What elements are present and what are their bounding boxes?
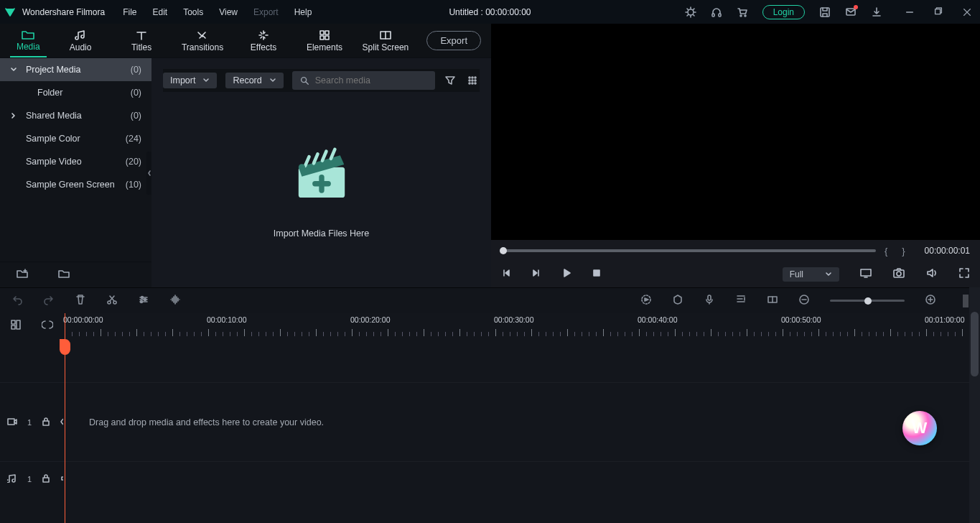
svg-rect-25 [594, 270, 599, 276]
sidebar-count: (0) [131, 88, 141, 98]
lock-icon[interactable] [42, 473, 50, 485]
volume-icon[interactable] [925, 267, 938, 282]
stop-icon[interactable] [592, 268, 602, 281]
svg-point-28 [897, 272, 901, 276]
vertical-scrollbar[interactable] [969, 287, 980, 523]
audio-track-row[interactable] [63, 461, 980, 496]
sidebar-folder[interactable]: Folder (0) [0, 81, 151, 104]
grid-view-icon[interactable] [466, 72, 480, 89]
tab-media[interactable]: Media [10, 24, 47, 57]
sidebar-project-media[interactable]: Project Media (0) [0, 58, 151, 81]
svg-point-32 [144, 298, 146, 300]
audio-mixer-icon[interactable] [735, 294, 747, 308]
prev-frame-icon[interactable] [501, 268, 511, 281]
play-icon[interactable] [561, 268, 571, 281]
zoom-out-icon[interactable] [798, 294, 810, 308]
chevron-down-icon [9, 66, 19, 73]
message-icon[interactable] [845, 6, 857, 18]
sidebar-sample-green[interactable]: Sample Green Screen (10) [0, 173, 151, 196]
timeline: 1 1 00:00:00:0000:00:10:0000:00:20:0000:… [0, 313, 980, 523]
tab-titles[interactable]: Titles [115, 24, 169, 57]
import-drop-area[interactable]: Import Media Files Here [151, 92, 491, 287]
tips-icon[interactable] [685, 6, 696, 18]
sidebar-sample-video[interactable]: Sample Video (20) [0, 150, 151, 173]
video-track-row[interactable]: Drag and drop media and effects here to … [63, 382, 980, 461]
export-button[interactable]: Export [426, 31, 481, 50]
preview-quality-dropdown[interactable]: Full [783, 267, 839, 282]
headphones-icon[interactable] [711, 6, 722, 18]
fullscreen-icon[interactable] [958, 267, 970, 282]
lock-icon[interactable] [42, 417, 50, 428]
tab-transitions[interactable]: Transitions [176, 24, 230, 57]
minimize-icon[interactable] [904, 6, 915, 18]
save-icon[interactable] [819, 6, 831, 18]
tab-audio-label: Audio [70, 42, 92, 52]
display-icon[interactable] [859, 267, 872, 282]
manage-tracks-icon[interactable] [10, 319, 22, 333]
maximize-icon[interactable] [933, 6, 944, 18]
close-icon[interactable] [961, 6, 973, 18]
svg-point-33 [141, 300, 143, 302]
sidebar-shared-media[interactable]: Shared Media (0) [0, 104, 151, 127]
snapshot-icon[interactable] [892, 267, 905, 282]
app-logo-icon [4, 6, 16, 18]
tab-split-screen[interactable]: Split Screen [358, 24, 412, 57]
sidebar-sample-color[interactable]: Sample Color (24) [0, 127, 151, 150]
brand-bubble-icon[interactable]: W [902, 411, 937, 445]
tab-effects[interactable]: Effects [237, 24, 291, 57]
menu-tools[interactable]: Tools [183, 7, 203, 17]
timeline-ruler[interactable]: 00:00:00:0000:00:10:0000:00:20:0000:00:3… [63, 313, 980, 339]
sidebar-label: Sample Color [26, 134, 80, 144]
svg-point-19 [475, 80, 476, 81]
preview-scrubber[interactable] [501, 249, 876, 252]
menu-file[interactable]: File [123, 7, 136, 17]
menu-view[interactable]: View [219, 7, 238, 17]
keyframe-icon[interactable] [767, 294, 778, 308]
filter-icon[interactable] [444, 72, 457, 89]
import-label: Import [170, 75, 195, 85]
search-media-field[interactable] [292, 71, 435, 90]
audio-wave-icon[interactable] [169, 294, 181, 308]
render-indicator[interactable] [956, 295, 969, 307]
voiceover-icon[interactable] [704, 294, 715, 308]
preview-viewport[interactable] [491, 24, 980, 240]
undo-icon [11, 294, 23, 308]
next-frame-icon[interactable] [531, 268, 541, 281]
zoom-in-icon[interactable] [925, 294, 936, 308]
split-icon[interactable] [106, 294, 118, 308]
menu-edit[interactable]: Edit [153, 7, 168, 17]
timeline-tracks[interactable]: 00:00:00:0000:00:10:0000:00:20:0000:00:3… [63, 313, 980, 523]
mark-in-icon[interactable]: { [885, 246, 887, 256]
cart-icon[interactable] [737, 6, 748, 18]
login-button[interactable]: Login [762, 5, 805, 19]
new-folder-icon[interactable] [16, 268, 29, 282]
render-preview-icon[interactable] [640, 294, 652, 308]
tab-audio[interactable]: Audio [54, 24, 108, 57]
sidebar-count: (24) [126, 134, 141, 144]
media-sidebar: Project Media (0) Folder (0) Shared Medi… [0, 58, 151, 287]
delete-icon[interactable] [75, 294, 86, 308]
mark-out-icon[interactable]: } [902, 246, 905, 256]
svg-point-17 [469, 80, 470, 81]
menu-bar: File Edit Tools View Export Help [123, 7, 312, 17]
sidebar-count: (0) [131, 111, 141, 121]
folder-icon[interactable] [57, 268, 70, 282]
record-dropdown[interactable]: Record [225, 73, 283, 88]
auto-ripple-icon[interactable] [42, 319, 53, 333]
search-input[interactable] [315, 75, 428, 85]
menu-help[interactable]: Help [294, 7, 312, 17]
svg-rect-2 [719, 14, 721, 17]
playhead[interactable] [65, 313, 65, 523]
tab-elements[interactable]: Elements [297, 24, 351, 57]
edit-tools-icon[interactable] [138, 294, 149, 308]
svg-rect-5 [821, 8, 829, 17]
zoom-slider[interactable] [830, 300, 905, 302]
sidebar-count: (10) [126, 180, 141, 190]
import-dropdown[interactable]: Import [163, 73, 217, 88]
timeline-hint: Drag and drop media and effects here to … [89, 417, 324, 427]
marker-icon[interactable] [672, 294, 683, 308]
download-icon[interactable] [871, 6, 882, 18]
collapse-sidebar-handle[interactable] [146, 152, 151, 195]
track-number: 1 [27, 475, 32, 483]
svg-point-15 [472, 77, 473, 78]
